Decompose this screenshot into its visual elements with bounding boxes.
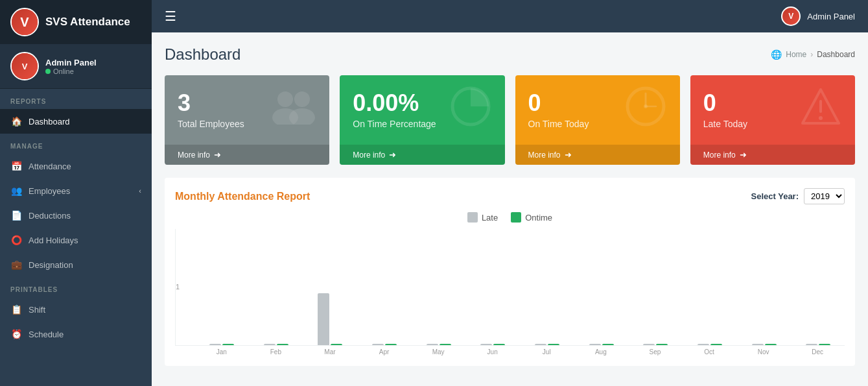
status-dot [45, 69, 51, 74]
schedule-icon: ⏰ [10, 328, 22, 340]
stat-footer-text-on-time-today: More info [528, 151, 561, 160]
employees-arrow-icon: ‹ [139, 187, 141, 195]
stat-footer-text-employees: More info [178, 151, 210, 160]
chart-bar-group-oct [683, 229, 736, 345]
legend-late-label: Late [482, 213, 498, 223]
stat-card-total-employees: 3 Total Employees More info ➜ [165, 75, 329, 165]
stat-card-body-employees: 3 Total Employees [165, 75, 329, 145]
chart-bar-group-aug [575, 229, 628, 345]
chart-bar-group-jan [195, 229, 248, 345]
app-title: SVS Attendance [45, 16, 130, 29]
svg-point-1 [294, 91, 310, 107]
legend-ontime: Ontime [511, 212, 552, 223]
bar-ontime-feb [277, 344, 288, 345]
chart-bar-group-sep [629, 229, 682, 345]
topbar-user[interactable]: V Admin Panel [781, 6, 855, 26]
stat-footer-arrow-percentage: ➜ [389, 150, 396, 160]
year-select[interactable]: 2019 2018 2020 [804, 188, 845, 204]
sidebar-item-designation-label: Designation [29, 260, 73, 270]
sidebar-logo: V [10, 8, 39, 36]
stat-label-percentage: On Time Percentage [353, 119, 436, 129]
section-manage-label: MANAGE [0, 134, 152, 154]
stats-row: 3 Total Employees More info ➜ [165, 75, 855, 165]
page-title: Dashboard [165, 45, 240, 64]
stat-content-on-time-today: 0 On Time Today [528, 91, 589, 129]
bar-late-apr [372, 344, 384, 345]
stat-footer-arrow-employees: ➜ [214, 150, 221, 160]
sidebar-item-shift[interactable]: 📋 Shift [0, 297, 152, 322]
sidebar-item-attendance[interactable]: 📅 Attendance [0, 154, 152, 178]
bar-ontime-may [440, 344, 451, 345]
sidebar-item-designation[interactable]: 💼 Designation [0, 252, 152, 277]
stat-icon-percentage [450, 86, 492, 134]
chart-x-label-jan: Jan [194, 348, 249, 356]
chart-area: 1 [175, 229, 845, 346]
chart-bar-group-jul [521, 229, 574, 345]
stat-icon-on-time-today [625, 86, 667, 134]
stat-card-footer-on-time-today[interactable]: More info ➜ [515, 145, 680, 165]
sidebar-item-schedule[interactable]: ⏰ Schedule [0, 322, 152, 346]
chart-x-label-dec: Dec [790, 348, 845, 356]
chart-bar-group-dec [792, 229, 845, 345]
main-content: ☰ V Admin Panel Dashboard 🌐 Home › Dashb… [152, 0, 868, 386]
stat-card-on-time-percentage: 0.00% On Time Percentage More info ➜ [340, 75, 504, 165]
svg-point-0 [277, 91, 293, 107]
stat-card-footer-percentage[interactable]: More info ➜ [340, 145, 504, 165]
stat-icon-late-today [800, 86, 842, 134]
breadcrumb-separator: › [810, 50, 813, 59]
stat-card-on-time-today: 0 On Time Today More info ➜ [515, 75, 680, 165]
bar-ontime-sep [656, 344, 668, 345]
sidebar-item-deductions-label: Deductions [29, 211, 71, 221]
bar-late-may [427, 344, 438, 345]
stat-card-footer-late-today[interactable]: More info ➜ [690, 145, 855, 165]
attendance-icon: 📅 [10, 160, 22, 172]
stat-footer-text-percentage: More info [353, 151, 385, 160]
stat-number-percentage: 0.00% [353, 91, 436, 115]
sidebar-item-dashboard-label: Dashboard [29, 117, 70, 127]
bar-late-jun [480, 344, 492, 345]
svg-point-11 [819, 116, 823, 120]
sidebar-item-employees[interactable]: 👥 Employees ‹ [0, 178, 152, 203]
chart-x-label-apr: Apr [357, 348, 412, 356]
stat-content-late-today: 0 Late Today [703, 91, 747, 129]
section-reports-label: REPORTS [0, 89, 152, 109]
bar-late-feb [264, 344, 276, 345]
shift-icon: 📋 [10, 304, 22, 315]
bar-late-oct [698, 344, 709, 345]
bar-ontime-nov [765, 344, 777, 345]
user-info: Admin Panel Online [45, 58, 97, 75]
bar-ontime-jul [548, 344, 559, 345]
stat-footer-arrow-on-time-today: ➜ [565, 150, 572, 160]
bar-late-nov [752, 344, 764, 345]
chart-bar-group-feb [250, 229, 303, 345]
chart-bar-group-may [412, 229, 465, 345]
home-breadcrumb-icon: 🌐 [771, 49, 782, 60]
bar-late-aug [589, 344, 601, 345]
stat-number-employees: 3 [178, 91, 244, 115]
chart-bar-group-jun [466, 229, 519, 345]
stat-icon-employees [271, 89, 316, 131]
sidebar-item-dashboard[interactable]: 🏠 Dashboard [0, 109, 152, 134]
bar-late-mar [318, 293, 329, 345]
chart-bar-group-apr [358, 229, 411, 345]
chart-x-label-may: May [411, 348, 465, 356]
sidebar-item-add-holidays[interactable]: ⭕ Add Holidays [0, 228, 152, 252]
breadcrumb-home[interactable]: Home [786, 50, 806, 59]
stat-footer-arrow-late-today: ➜ [740, 150, 747, 160]
section-printables-label: PRINTABLES [0, 277, 152, 297]
chart-header: Monthly Attendance Report Select Year: 2… [175, 188, 845, 204]
hamburger-menu-icon[interactable]: ☰ [165, 8, 176, 24]
chart-x-label-jul: Jul [519, 348, 574, 356]
bar-ontime-jun [493, 344, 505, 345]
legend-ontime-label: Ontime [525, 213, 552, 223]
chart-x-label-oct: Oct [682, 348, 736, 356]
year-select-label: Select Year: [751, 191, 799, 201]
stat-card-footer-employees[interactable]: More info ➜ [165, 145, 329, 165]
sidebar-item-attendance-label: Attendance [29, 162, 71, 171]
sidebar-item-deductions[interactable]: 📄 Deductions [0, 203, 152, 228]
stat-number-on-time-today: 0 [528, 91, 589, 115]
legend-late-box [467, 212, 478, 223]
chart-bar-group-mar [303, 229, 357, 345]
topbar: ☰ V Admin Panel [152, 0, 868, 32]
sidebar-item-shift-label: Shift [29, 305, 45, 315]
